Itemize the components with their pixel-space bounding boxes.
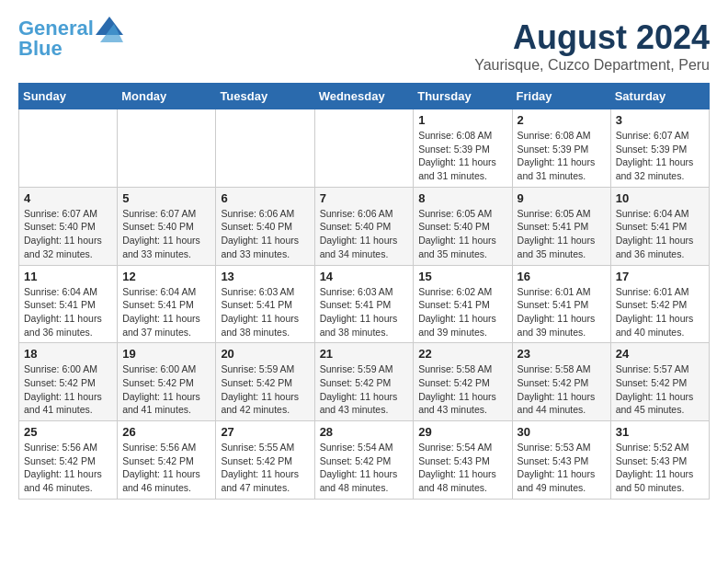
- day-detail: Sunrise: 6:08 AM Sunset: 5:39 PM Dayligh…: [418, 129, 506, 183]
- day-detail: Sunrise: 6:02 AM Sunset: 5:41 PM Dayligh…: [418, 285, 506, 339]
- day-number: 15: [418, 270, 506, 283]
- day-number: 13: [221, 270, 309, 283]
- calendar-cell: [19, 109, 118, 188]
- day-number: 29: [418, 425, 506, 439]
- weekday-header: Thursday: [414, 84, 512, 109]
- calendar-cell: [118, 109, 216, 188]
- day-detail: Sunrise: 5:54 AM Sunset: 5:43 PM Dayligh…: [418, 441, 506, 495]
- calendar-cell: 9Sunrise: 6:05 AM Sunset: 5:41 PM Daylig…: [512, 187, 610, 265]
- logo-icon: [96, 17, 123, 44]
- weekday-header: Friday: [512, 84, 610, 109]
- day-number: 2: [518, 113, 606, 127]
- day-detail: Sunrise: 6:00 AM Sunset: 5:42 PM Dayligh…: [122, 362, 210, 417]
- day-detail: Sunrise: 6:04 AM Sunset: 5:41 PM Dayligh…: [24, 285, 112, 339]
- day-number: 26: [122, 425, 210, 439]
- day-number: 30: [518, 425, 606, 439]
- calendar-week-row: 25Sunrise: 5:56 AM Sunset: 5:42 PM Dayli…: [19, 421, 710, 500]
- weekday-header: Tuesday: [216, 84, 314, 109]
- day-detail: Sunrise: 5:58 AM Sunset: 5:42 PM Dayligh…: [518, 362, 606, 417]
- weekday-header: Wednesday: [314, 84, 414, 109]
- day-number: 8: [418, 191, 506, 205]
- calendar-cell: 6Sunrise: 6:06 AM Sunset: 5:40 PM Daylig…: [216, 187, 314, 265]
- calendar-week-row: 1Sunrise: 6:08 AM Sunset: 5:39 PM Daylig…: [19, 109, 710, 188]
- day-number: 28: [320, 425, 409, 439]
- day-detail: Sunrise: 5:54 AM Sunset: 5:42 PM Dayligh…: [320, 441, 409, 495]
- calendar-cell: 20Sunrise: 5:59 AM Sunset: 5:42 PM Dayli…: [216, 343, 314, 421]
- page-subtitle: Yaurisque, Cuzco Department, Peru: [474, 57, 710, 74]
- day-detail: Sunrise: 5:56 AM Sunset: 5:42 PM Dayligh…: [24, 441, 112, 495]
- calendar-cell: 3Sunrise: 6:07 AM Sunset: 5:39 PM Daylig…: [610, 109, 709, 188]
- weekday-header: Monday: [118, 84, 216, 109]
- day-number: 24: [616, 347, 704, 361]
- calendar-week-row: 4Sunrise: 6:07 AM Sunset: 5:40 PM Daylig…: [19, 187, 710, 265]
- day-number: 27: [221, 425, 309, 439]
- day-number: 12: [122, 270, 210, 283]
- calendar-cell: 24Sunrise: 5:57 AM Sunset: 5:42 PM Dayli…: [610, 343, 709, 421]
- weekday-header: Sunday: [19, 84, 118, 109]
- calendar-cell: 11Sunrise: 6:04 AM Sunset: 5:41 PM Dayli…: [19, 265, 118, 343]
- day-detail: Sunrise: 6:01 AM Sunset: 5:42 PM Dayligh…: [616, 285, 704, 339]
- day-number: 20: [221, 347, 309, 361]
- day-detail: Sunrise: 6:01 AM Sunset: 5:41 PM Dayligh…: [518, 285, 606, 339]
- day-number: 23: [518, 347, 606, 361]
- page-header: GeneralBlue August 2024 Yaurisque, Cuzco…: [18, 18, 710, 74]
- calendar-cell: 2Sunrise: 6:08 AM Sunset: 5:39 PM Daylig…: [512, 109, 610, 188]
- calendar-cell: 30Sunrise: 5:53 AM Sunset: 5:43 PM Dayli…: [512, 421, 610, 500]
- calendar-cell: 21Sunrise: 5:59 AM Sunset: 5:42 PM Dayli…: [314, 343, 414, 421]
- day-detail: Sunrise: 6:07 AM Sunset: 5:40 PM Dayligh…: [122, 207, 210, 261]
- day-number: 18: [24, 347, 112, 361]
- calendar-cell: 19Sunrise: 6:00 AM Sunset: 5:42 PM Dayli…: [118, 343, 216, 421]
- day-number: 25: [24, 425, 112, 439]
- weekday-header: Saturday: [610, 84, 709, 109]
- day-number: 3: [616, 113, 704, 127]
- calendar-cell: 26Sunrise: 5:56 AM Sunset: 5:42 PM Dayli…: [118, 421, 216, 500]
- day-detail: Sunrise: 5:56 AM Sunset: 5:42 PM Dayligh…: [122, 441, 210, 495]
- day-detail: Sunrise: 6:06 AM Sunset: 5:40 PM Dayligh…: [320, 207, 409, 261]
- day-number: 19: [122, 347, 210, 361]
- day-detail: Sunrise: 5:52 AM Sunset: 5:43 PM Dayligh…: [616, 441, 704, 495]
- day-detail: Sunrise: 6:07 AM Sunset: 5:40 PM Dayligh…: [24, 207, 112, 261]
- calendar-cell: [314, 109, 414, 188]
- calendar-cell: 14Sunrise: 6:03 AM Sunset: 5:41 PM Dayli…: [314, 265, 414, 343]
- day-number: 16: [518, 270, 606, 283]
- calendar-cell: 23Sunrise: 5:58 AM Sunset: 5:42 PM Dayli…: [512, 343, 610, 421]
- day-number: 17: [616, 270, 704, 283]
- calendar-cell: 12Sunrise: 6:04 AM Sunset: 5:41 PM Dayli…: [118, 265, 216, 343]
- calendar-cell: 15Sunrise: 6:02 AM Sunset: 5:41 PM Dayli…: [414, 265, 512, 343]
- calendar-cell: 5Sunrise: 6:07 AM Sunset: 5:40 PM Daylig…: [118, 187, 216, 265]
- day-detail: Sunrise: 6:03 AM Sunset: 5:41 PM Dayligh…: [221, 285, 309, 339]
- day-number: 4: [24, 191, 112, 205]
- day-number: 31: [616, 425, 704, 439]
- day-detail: Sunrise: 6:07 AM Sunset: 5:39 PM Dayligh…: [616, 129, 704, 183]
- calendar-cell: 29Sunrise: 5:54 AM Sunset: 5:43 PM Dayli…: [414, 421, 512, 500]
- day-detail: Sunrise: 6:03 AM Sunset: 5:41 PM Dayligh…: [320, 285, 409, 339]
- day-number: 6: [221, 191, 309, 205]
- calendar-cell: [216, 109, 314, 188]
- title-block: August 2024 Yaurisque, Cuzco Department,…: [474, 18, 710, 74]
- day-detail: Sunrise: 6:00 AM Sunset: 5:42 PM Dayligh…: [24, 362, 112, 417]
- calendar-week-row: 18Sunrise: 6:00 AM Sunset: 5:42 PM Dayli…: [19, 343, 710, 421]
- day-detail: Sunrise: 6:06 AM Sunset: 5:40 PM Dayligh…: [221, 207, 309, 261]
- page-title: August 2024: [474, 18, 710, 57]
- day-number: 1: [418, 113, 506, 127]
- day-detail: Sunrise: 6:04 AM Sunset: 5:41 PM Dayligh…: [122, 285, 210, 339]
- calendar-cell: 22Sunrise: 5:58 AM Sunset: 5:42 PM Dayli…: [414, 343, 512, 421]
- day-detail: Sunrise: 5:57 AM Sunset: 5:42 PM Dayligh…: [616, 362, 704, 417]
- day-number: 11: [24, 270, 112, 283]
- calendar-cell: 28Sunrise: 5:54 AM Sunset: 5:42 PM Dayli…: [314, 421, 414, 500]
- calendar-cell: 7Sunrise: 6:06 AM Sunset: 5:40 PM Daylig…: [314, 187, 414, 265]
- calendar-cell: 16Sunrise: 6:01 AM Sunset: 5:41 PM Dayli…: [512, 265, 610, 343]
- day-detail: Sunrise: 5:55 AM Sunset: 5:42 PM Dayligh…: [221, 441, 309, 495]
- calendar-cell: 1Sunrise: 6:08 AM Sunset: 5:39 PM Daylig…: [414, 109, 512, 188]
- calendar-cell: 10Sunrise: 6:04 AM Sunset: 5:41 PM Dayli…: [610, 187, 709, 265]
- calendar-cell: 25Sunrise: 5:56 AM Sunset: 5:42 PM Dayli…: [19, 421, 118, 500]
- calendar-cell: 27Sunrise: 5:55 AM Sunset: 5:42 PM Dayli…: [216, 421, 314, 500]
- day-number: 21: [320, 347, 409, 361]
- calendar-cell: 8Sunrise: 6:05 AM Sunset: 5:40 PM Daylig…: [414, 187, 512, 265]
- day-number: 22: [418, 347, 506, 361]
- day-detail: Sunrise: 5:53 AM Sunset: 5:43 PM Dayligh…: [518, 441, 606, 495]
- day-number: 7: [320, 191, 409, 205]
- calendar-cell: 18Sunrise: 6:00 AM Sunset: 5:42 PM Dayli…: [19, 343, 118, 421]
- day-number: 10: [616, 191, 704, 205]
- calendar-cell: 31Sunrise: 5:52 AM Sunset: 5:43 PM Dayli…: [610, 421, 709, 500]
